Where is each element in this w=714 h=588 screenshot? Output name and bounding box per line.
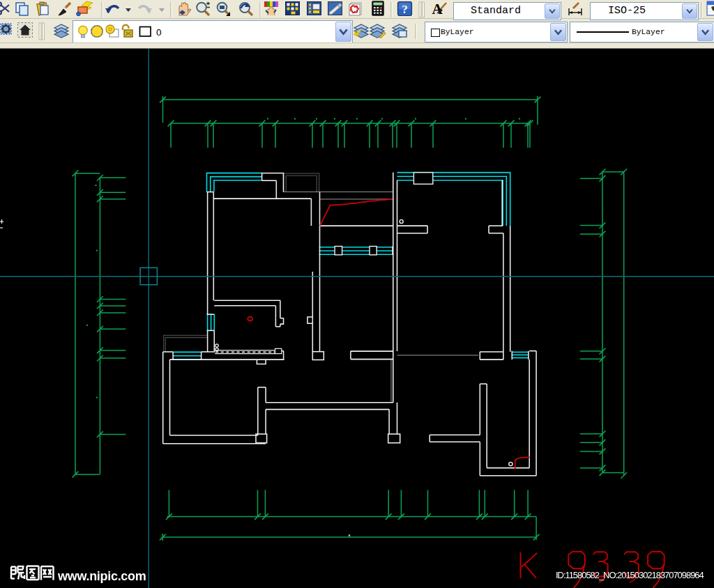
- svg-text:?: ?: [402, 3, 408, 16]
- svg-text:ID:11580582_NO:201503021837070: ID:11580582_NO:20150302183707098964: [556, 570, 704, 580]
- svg-text:www.nipic.com: www.nipic.com: [57, 569, 146, 583]
- svg-text:0: 0: [156, 27, 162, 38]
